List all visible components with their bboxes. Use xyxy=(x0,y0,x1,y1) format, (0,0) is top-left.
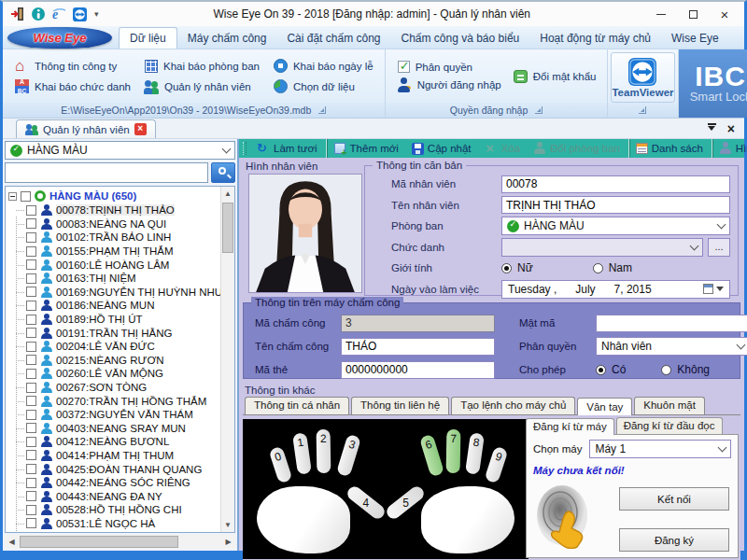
employee-checkbox[interactable] xyxy=(26,246,36,257)
job-title-select[interactable] xyxy=(501,238,703,257)
tree-employee-item[interactable]: 00528:HỒ THỊ HỒNG CHI xyxy=(8,503,234,517)
employee-checkbox[interactable] xyxy=(26,491,36,501)
start-date-picker[interactable]: Tuesday , July 7, 2015 xyxy=(501,280,730,299)
finger-button[interactable]: 2 xyxy=(317,429,331,473)
tree-employee-item[interactable]: 00414:PHẠM THỊ THUM xyxy=(8,449,234,463)
menu-tab[interactable]: Dữ liệu xyxy=(119,27,177,49)
employee-checkbox[interactable] xyxy=(26,342,36,352)
menu-tab[interactable]: Wise Eye xyxy=(661,28,729,49)
ribbon-button[interactable]: Khai báo phòng ban xyxy=(140,56,263,76)
toolbar-button[interactable]: Xóa xyxy=(478,139,527,158)
department-combobox[interactable]: HÀNG MÀU xyxy=(5,141,235,160)
ribbon-button[interactable]: Khai báo ngày lễ xyxy=(269,56,377,76)
tree-root-checkbox[interactable] xyxy=(21,191,31,202)
tree-employee-item[interactable]: 00412:NEÀNG BƯƠNL xyxy=(8,435,234,449)
employee-checkbox[interactable] xyxy=(26,328,36,338)
register-tab[interactable]: Đăng kí từ đầu đọc xyxy=(616,417,723,434)
tree-employee-item[interactable]: 00267:SƠN TÒNG xyxy=(8,381,234,395)
ribbon-button[interactable]: Phân quyền xyxy=(393,58,505,76)
tree-employee-item[interactable]: 00403:NEANG SRAY MUN xyxy=(8,422,234,436)
scroll-right-icon[interactable]: ▶ xyxy=(221,535,235,549)
register-button[interactable]: Đăng ký xyxy=(619,528,729,552)
ribbon-button[interactable]: Quản lý nhân viên xyxy=(140,77,263,96)
other-info-tab[interactable]: Thông tin cá nhân xyxy=(245,397,349,414)
dialog-launcher-icon[interactable] xyxy=(535,106,543,114)
teamviewer-button[interactable]: TeamViewer xyxy=(611,52,674,103)
allow-radio-option[interactable]: Có xyxy=(596,363,626,376)
finger-button[interactable]: 0 xyxy=(268,446,292,484)
tree-root-department[interactable]: HÀNG MÀU (650) xyxy=(8,189,234,203)
employee-checkbox[interactable] xyxy=(26,205,36,216)
employee-checkbox[interactable] xyxy=(26,301,36,311)
tree-collapse-icon[interactable] xyxy=(8,192,17,201)
menu-tab[interactable]: Hoạt động từ máy chủ xyxy=(529,28,661,49)
tab-list-dropdown-icon[interactable] xyxy=(708,123,716,134)
other-info-tab[interactable]: Khuôn mặt xyxy=(634,397,705,414)
job-title-more-button[interactable]: ... xyxy=(708,238,730,257)
employee-checkbox[interactable] xyxy=(26,383,36,393)
tree-employee-item[interactable]: 00443:NEANG ĐA NY xyxy=(8,489,234,503)
employee-code-input[interactable] xyxy=(501,175,730,193)
tree-employee-item[interactable]: 00083:NEÀNG NA QUI xyxy=(8,217,234,231)
tree-employee-item[interactable]: 00372:NGUYỄN VĂN THÁM xyxy=(8,408,234,422)
tree-employee-item[interactable]: 00189:HỒ THỊ ÚT xyxy=(8,313,234,327)
menu-tab[interactable]: Cài đặt chấm công xyxy=(276,28,390,49)
finger-button[interactable]: 7 xyxy=(446,429,461,473)
employee-checkbox[interactable] xyxy=(26,450,36,460)
tree-vertical-scrollbar[interactable]: ▲ ▼ xyxy=(220,187,234,532)
employee-checkbox[interactable] xyxy=(26,532,36,533)
scroll-down-icon[interactable]: ▼ xyxy=(221,518,234,532)
connect-button[interactable]: Kết nối xyxy=(619,487,729,511)
employee-checkbox[interactable] xyxy=(26,396,36,406)
finger-button[interactable]: 3 xyxy=(336,434,361,477)
toolbar-button[interactable]: Cập nhật xyxy=(405,139,478,158)
tree-employee-item[interactable]: 00160:LÊ HOÀNG LÂM xyxy=(8,258,234,272)
toolbar-button[interactable]: Đổi phòng ban xyxy=(527,139,627,158)
employee-checkbox[interactable] xyxy=(26,437,36,447)
employee-name-input[interactable] xyxy=(501,196,730,214)
employee-checkbox[interactable] xyxy=(26,259,36,270)
tree-employee-item[interactable]: 00532:CHAU ANH xyxy=(8,530,234,533)
tree-employee-item[interactable]: 00191:TRẦN THỊ HẰNG xyxy=(8,326,234,340)
search-input[interactable] xyxy=(5,162,208,183)
ribbon-button[interactable]: Khai báo chức danh xyxy=(10,77,134,96)
employee-checkbox[interactable] xyxy=(26,410,36,420)
card-number-input[interactable] xyxy=(341,361,495,379)
dialog-launcher-icon[interactable] xyxy=(639,106,646,114)
machine-select[interactable]: Máy 1 xyxy=(589,440,731,458)
search-button[interactable] xyxy=(211,162,235,183)
calendar-dropdown-icon[interactable] xyxy=(703,283,724,295)
attendance-name-input[interactable] xyxy=(341,338,495,356)
ribbon-button[interactable]: Người đăng nhập xyxy=(393,76,505,94)
maximize-button[interactable] xyxy=(677,3,709,25)
info-icon[interactable] xyxy=(31,7,46,21)
tree-employee-item[interactable]: 00186:NEÀNG MUN xyxy=(8,299,234,313)
tree-employee-item[interactable]: 00215:NÈANG RƯƠN xyxy=(8,354,234,368)
toolbar-button[interactable]: Thêm mới xyxy=(326,139,405,158)
tree-employee-item[interactable]: 00078:TRỊNH THỊ THẢO xyxy=(8,203,234,217)
employee-checkbox[interactable] xyxy=(26,369,36,379)
tree-employee-item[interactable]: 00270:TRẦN THỊ HỒNG THẮM xyxy=(8,394,234,408)
other-info-tab[interactable]: Vân tay xyxy=(577,398,632,415)
employee-checkbox[interactable] xyxy=(26,273,36,284)
menu-tab[interactable]: Máy chấm công xyxy=(177,28,277,49)
document-tab-employees[interactable]: Quản lý nhân viên xyxy=(16,119,156,138)
close-button[interactable]: × xyxy=(709,3,740,25)
tree-employee-item[interactable]: 00163:THỊ NIỆM xyxy=(8,272,234,286)
finger-button[interactable]: 5 xyxy=(384,483,426,521)
allow-radio-option[interactable]: Không xyxy=(661,363,710,376)
register-tab[interactable]: Đăng kí từ máy xyxy=(526,418,614,435)
ribbon-button[interactable]: Chọn dữ liệu xyxy=(269,77,377,96)
employee-checkbox[interactable] xyxy=(26,355,36,365)
tree-employee-item[interactable]: 00531:LÊ NGỌC HÀ xyxy=(8,517,234,531)
tree-employee-item[interactable]: 00442:NEÁNG SÓC RIÊNG xyxy=(8,476,234,490)
dialog-launcher-icon[interactable] xyxy=(318,106,326,114)
employee-checkbox[interactable] xyxy=(26,315,36,325)
scrollbar-thumb[interactable] xyxy=(222,203,233,253)
finger-button[interactable]: 9 xyxy=(484,446,508,484)
employee-checkbox[interactable] xyxy=(26,218,36,229)
ribbon-button[interactable]: Thông tin công ty xyxy=(10,56,134,76)
password-input[interactable] xyxy=(596,315,747,332)
gender-radio-option[interactable]: Nữ xyxy=(501,261,533,274)
other-info-tab[interactable]: Tạo lệnh cho máy chủ xyxy=(451,397,575,414)
